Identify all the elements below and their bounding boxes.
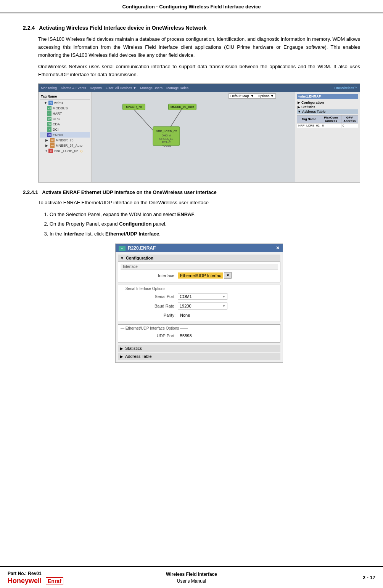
- section-heading: 2.2.4 Activating Wireless Field Interfac…: [23, 25, 360, 31]
- ms-body: Tag Name ▼Wwdm1 MBMODBUS HTHART OPOPC CD…: [39, 92, 360, 183]
- ms-toolbar: Monitoring Alarms & Events Reports Filte…: [39, 84, 360, 92]
- svg-text:RC1+C: RC1+C: [162, 141, 171, 144]
- svg-text:NRF_LCRB_02: NRF_LCRB_02: [156, 130, 177, 133]
- subsection-heading: 2.2.4.1 Activate ENRAF Ethernet UDP inte…: [23, 189, 360, 195]
- serial-port-value[interactable]: COM1: [178, 293, 227, 300]
- ms-toolbar-monitoring: Monitoring: [41, 86, 57, 90]
- ms-toolbar-filter: Filter: All Devices ▼: [106, 86, 136, 90]
- ms-tree-enraf: ENENRAF: [40, 132, 90, 138]
- ethernet-section-title: — Ethernet/UDP Interface Options ——: [121, 326, 278, 330]
- address-table-expand-btn[interactable]: ▶ Address Table: [118, 353, 280, 360]
- config-panel-title-text: R220.ENRAF: [128, 245, 156, 251]
- config-panel-body: ▼ Configuration Interface Interface: Eth…: [116, 252, 283, 362]
- ms-left-panel: Tag Name ▼Wwdm1 MBMODBUS HTHART OPOPC CD…: [39, 92, 92, 183]
- ms-main-area: Default Map▼Options ▼ MNB8R_79 MNB8R_97_…: [92, 92, 295, 183]
- interface-dropdown-btn[interactable]: ▼: [224, 272, 232, 279]
- interface-row: Interface: Ethernet/UDP Interfac ▼: [121, 271, 278, 279]
- footer-logo: Honeywell Enraf: [8, 577, 100, 585]
- footer-left: Part No.: Rev01 Honeywell Enraf: [8, 570, 100, 585]
- step3-ethernet: Ethernet/UDP Interface: [105, 231, 159, 237]
- statistics-expand-btn[interactable]: ▶ Statistics: [118, 345, 280, 352]
- footer-center: Wireless Field Interface User's Manual: [100, 571, 283, 585]
- section-title: Activating Wireless Field Interface devi…: [39, 25, 206, 31]
- ms-col-flexconn: FlexConn Address: [321, 115, 341, 123]
- config-panel-icon: ↔: [119, 246, 126, 251]
- ms-toolbar-alarms: Alarms & Events: [61, 86, 86, 90]
- step-1: On the Selection Panel, expand the WDM i…: [50, 211, 360, 218]
- svg-rect-2: [153, 127, 180, 146]
- footer-subtitle: User's Manual: [100, 578, 283, 585]
- steps-list: On the Selection Panel, expand the WDM i…: [50, 211, 360, 238]
- page-footer: Part No.: Rev01 Honeywell Enraf Wireless…: [0, 566, 383, 588]
- config-panel: ↔ R220.ENRAF ✕ ▼ Configuration Interface…: [115, 244, 283, 363]
- baud-rate-label: Baud Rate:: [122, 304, 175, 308]
- svg-text:OHOLA_LS: OHOLA_LS: [159, 138, 174, 141]
- paragraph-2: OneWireless Network uses serial communic…: [38, 63, 360, 79]
- serial-port-label: Serial Port:: [122, 294, 175, 299]
- subsection-intro: To activate ENRAF Ethernet/UDP interface…: [38, 199, 360, 207]
- ms-toolbar-brand: OneWireless™: [334, 86, 357, 90]
- main-content: 2.2.4 Activating Wireless Field Interfac…: [0, 13, 383, 378]
- baud-rate-value[interactable]: 19200: [178, 303, 227, 309]
- config-panel-close[interactable]: ✕: [276, 245, 280, 251]
- serial-port-row: Serial Port: COM1: [121, 292, 278, 301]
- ms-toolbar-manage-users: Manage Users: [140, 86, 163, 90]
- udp-port-label: UDP Port:: [122, 333, 175, 338]
- config-expand-btn[interactable]: ▼ Configuration: [118, 255, 280, 262]
- step2-bold: Configuration: [119, 221, 151, 227]
- ms-col-tagname: Tag Name: [297, 115, 321, 123]
- ms-tree-mnb97: ▶APMNB8R_97_Auto: [40, 143, 90, 148]
- parity-label: Parity:: [122, 313, 175, 317]
- step-3: In the Interface list, click Ethernet/UD…: [50, 230, 360, 238]
- ms-expand-configuration: ▶Configuration: [297, 100, 358, 105]
- ms-col-gpv: GPV Address: [341, 115, 358, 123]
- interface-label: Interface:: [122, 273, 175, 278]
- serial-section: — Serial Interface Options —————— Serial…: [118, 285, 280, 322]
- page-header-title: Configuration - Configuring Wireless Fie…: [122, 4, 261, 10]
- step3-period: .: [159, 231, 161, 237]
- footer-enraf: Enraf: [46, 577, 63, 585]
- parity-value: None: [178, 312, 192, 318]
- ms-expand-address-table: ▼Address Table: [297, 109, 358, 114]
- ms-node-mnb97: MNB8R_97_Auto: [168, 104, 196, 110]
- ms-toolbar-reports: Reports: [90, 86, 102, 90]
- paragraph-1: The ISA100 Wireless field devices mainta…: [38, 35, 360, 59]
- ms-tree-wdm1: ▼Wwdm1: [40, 100, 90, 106]
- statistics-expand-label: Statistics: [125, 346, 142, 351]
- udp-port-row: UDP Port: 55598: [121, 332, 278, 340]
- config-panel-titlebar: ↔ R220.ENRAF ✕: [116, 244, 283, 252]
- step3-part1: In the: [50, 231, 63, 237]
- page-header: Configuration - Configuring Wireless Fie…: [0, 0, 383, 13]
- section-number: 2.2.4: [23, 25, 35, 31]
- step3-part2: list, click: [84, 231, 105, 237]
- step3-interface: Interface: [63, 231, 84, 237]
- ms-tree-cda: CDCDA: [40, 122, 90, 127]
- parity-row: Parity: None: [121, 311, 278, 319]
- onewireless-screenshot: Monitoring Alarms & Events Reports Filte…: [38, 83, 360, 183]
- udp-port-value: 55598: [178, 333, 194, 339]
- ms-address-table: Tag Name FlexConn Address GPV Address NR…: [297, 115, 358, 128]
- address-table-expand-label: Address Table: [125, 354, 152, 359]
- interface-value-highlight: Ethernet/UDP Interfac: [178, 272, 223, 279]
- footer-title: Wireless Field Interface: [100, 571, 283, 578]
- subsection-title: Activate ENRAF Ethernet UDP interface on…: [42, 189, 217, 195]
- ms-toolbar-manage-roles: Manage Roles: [166, 86, 188, 90]
- svg-text:OHO_A: OHO_A: [162, 134, 171, 137]
- ms-cell-tag: NRF_LCRB_02: [297, 123, 321, 128]
- ms-cell-flex: 0: [321, 123, 341, 128]
- subsection-number: 2.2.4.1: [23, 189, 38, 195]
- interface-section: Interface Interface: Ethernet/UDP Interf…: [118, 262, 280, 282]
- step-2: On the Property Panel, expand Configurat…: [50, 220, 360, 228]
- address-table-expand-arrow: ▶: [120, 354, 123, 359]
- ms-expand-statistics: ▶Statistics: [297, 105, 358, 109]
- baud-rate-row: Baud Rate: 19200: [121, 302, 278, 310]
- footer-part-no: Part No.: Rev01: [8, 570, 100, 577]
- interface-value-text: Ethernet/UDP Interfac: [180, 273, 221, 278]
- ms-tree-mnb78: ▶APMNB8R_78: [40, 138, 90, 143]
- ms-tree-hart: HTHART: [40, 111, 90, 116]
- svg-line-0: [134, 109, 153, 130]
- ethernet-section: — Ethernet/UDP Interface Options —— UDP …: [118, 324, 280, 343]
- ms-tree-dci: DCDCI: [40, 127, 90, 132]
- ms-default-map: Default Map▼Options ▼: [229, 93, 276, 99]
- config-expand-label: Configuration: [126, 256, 153, 260]
